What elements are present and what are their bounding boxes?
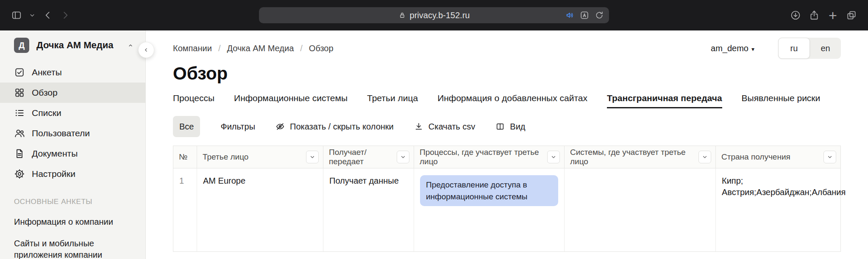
breadcrumb: Компании / Дочка АМ Медиа / Обзор	[173, 44, 334, 53]
sidebar-item-nastroiki[interactable]: Настройки	[0, 164, 145, 184]
table-row[interactable]: 1 AM Europe Получает данные Предоставлен…	[173, 168, 840, 251]
column-filter-button[interactable]	[823, 151, 836, 163]
column-header-label: Третье лицо	[203, 152, 248, 162]
sidebar-item-company-info[interactable]: Информация о компании	[14, 216, 128, 228]
column-filter-button[interactable]	[306, 151, 319, 163]
sidebar-section-title: ОСНОВНЫЕ АНКЕТЫ	[14, 198, 145, 206]
filters-button[interactable]: Фильтры	[220, 122, 255, 132]
sidebar-item-obzor[interactable]: Обзор	[0, 83, 145, 103]
chrome-action-controls: +	[790, 10, 868, 21]
page-title: Обзор	[173, 63, 841, 84]
column-filter-button[interactable]	[397, 151, 409, 163]
users-icon	[14, 128, 25, 139]
share-icon[interactable]	[809, 10, 820, 21]
sidebar-item-polzovateli[interactable]: Пользователи	[0, 123, 145, 143]
sidebar-item-label: Списки	[32, 108, 61, 118]
audio-icon[interactable]	[565, 11, 574, 20]
breadcrumb-item-current: Обзор	[309, 44, 334, 53]
checklist-icon	[14, 67, 25, 78]
translate-icon[interactable]	[580, 11, 589, 20]
view-layout-icon	[495, 122, 505, 131]
sidebar-item-label: Настройки	[32, 169, 75, 179]
third-parties-table: № Третье лицо Получает/передает Процессы…	[173, 146, 841, 252]
sidebar-item-sites-apps[interactable]: Сайты и мобильные приложения компании	[14, 238, 128, 259]
column-header-direction: Получает/передает	[323, 146, 414, 168]
sidebar: Д Дочка АМ Медиа Анкеты Обзор	[0, 30, 146, 259]
tab-bar: Процессы Информационные системы Третьи л…	[173, 93, 841, 108]
filters-label: Фильтры	[220, 122, 255, 132]
main-content: Компании / Дочка АМ Медиа / Обзор am_dem…	[146, 30, 868, 259]
column-filter-button[interactable]	[547, 151, 560, 163]
cell-countries: Кипр; Австрия;Азербайджан;Албания	[715, 168, 840, 251]
table-header-row: № Третье лицо Получает/передает Процессы…	[173, 146, 840, 168]
all-filter-button[interactable]: Все	[173, 116, 200, 137]
download-icon	[414, 122, 423, 131]
caret-down-icon: ▾	[751, 46, 754, 52]
lock-icon	[398, 11, 406, 19]
address-bar-actions	[565, 7, 604, 23]
chevron-up-icon	[127, 41, 134, 49]
cell-direction: Получает данные	[323, 168, 414, 251]
download-csv-label: Скачать csv	[428, 122, 476, 132]
column-header-label: №	[179, 152, 187, 162]
cell-third-party: AM Europe	[197, 168, 323, 251]
downloads-icon[interactable]	[790, 10, 801, 21]
breadcrumb-item-company[interactable]: Дочка АМ Медиа	[227, 44, 294, 53]
sidebar-collapse-button[interactable]	[138, 42, 154, 58]
reload-icon[interactable]	[595, 11, 604, 20]
breadcrumb-separator: /	[218, 44, 221, 53]
sidebar-item-label: Обзор	[32, 88, 58, 98]
company-name: Дочка АМ Медиа	[36, 40, 120, 51]
company-switcher[interactable]: Д Дочка АМ Медиа	[0, 38, 145, 53]
column-header-third-party: Третье лицо	[197, 146, 323, 168]
tab-info-systems[interactable]: Информационные системы	[234, 93, 348, 108]
lang-option-ru[interactable]: ru	[778, 38, 810, 59]
column-header-systems: Системы, где участвует третье лицо	[564, 146, 715, 168]
tab-processy[interactable]: Процессы	[173, 93, 214, 108]
download-csv-button[interactable]: Скачать csv	[414, 122, 476, 132]
tab-risks[interactable]: Выявленные риски	[742, 93, 821, 108]
view-button[interactable]: Вид	[495, 122, 525, 132]
tab-third-parties[interactable]: Третьи лица	[367, 93, 418, 108]
forward-button[interactable]	[60, 10, 71, 21]
breadcrumb-item-companies[interactable]: Компании	[173, 44, 212, 53]
sidebar-toggle-icon[interactable]	[11, 10, 22, 21]
process-chip[interactable]: Предоставление доступа в информационные …	[420, 175, 558, 206]
lang-option-en[interactable]: en	[810, 38, 841, 59]
sidebar-item-label: Документы	[32, 149, 78, 159]
cell-processes: Предоставление доступа в информационные …	[414, 168, 564, 251]
view-label: Вид	[510, 122, 525, 132]
tab-cross-border[interactable]: Трансграничная передача	[607, 93, 722, 108]
cell-num: 1	[173, 168, 197, 251]
chevron-down-icon[interactable]	[28, 11, 36, 19]
column-header-country: Страна получения	[715, 146, 840, 168]
toggle-columns-button[interactable]: Показать / скрыть колонки	[275, 122, 394, 132]
eye-off-icon	[275, 122, 285, 131]
tab-added-sites[interactable]: Информация о добавленных сайтах	[437, 93, 587, 108]
column-header-processes: Процессы, где участвует третье лицо	[414, 146, 564, 168]
column-filter-button[interactable]	[698, 151, 711, 163]
sidebar-item-dokumenty[interactable]: Документы	[0, 143, 145, 164]
list-icon	[14, 107, 25, 118]
sidebar-item-spiski[interactable]: Списки	[0, 103, 145, 123]
tabs-overview-icon[interactable]	[846, 10, 857, 21]
gear-icon	[14, 168, 25, 179]
workspace-dropdown[interactable]: am_demo ▾	[711, 44, 754, 53]
language-toggle: ru en	[778, 38, 841, 59]
url-text: privacy.b-152.ru	[410, 11, 470, 20]
top-row: Компании / Дочка АМ Медиа / Обзор am_dem…	[173, 37, 841, 59]
top-right-controls: am_demo ▾ ru en	[711, 38, 841, 59]
dashboard-icon	[14, 87, 25, 98]
column-header-num: №	[173, 146, 197, 168]
new-tab-icon[interactable]: +	[827, 10, 838, 21]
address-bar[interactable]: privacy.b-152.ru	[259, 7, 609, 23]
sidebar-item-ankety[interactable]: Анкеты	[0, 62, 145, 83]
cell-systems	[564, 168, 715, 251]
document-icon	[14, 148, 25, 159]
table-toolbar: Все Фильтры Показать / скрыть колонки Ск…	[173, 116, 841, 137]
column-header-label: Системы, где участвует третье лицо	[570, 148, 695, 166]
column-header-label: Процессы, где участвует третье лицо	[420, 148, 544, 166]
chrome-nav-controls	[0, 10, 71, 21]
sidebar-menu: Анкеты Обзор Списки	[0, 62, 145, 184]
back-button[interactable]	[42, 10, 53, 21]
